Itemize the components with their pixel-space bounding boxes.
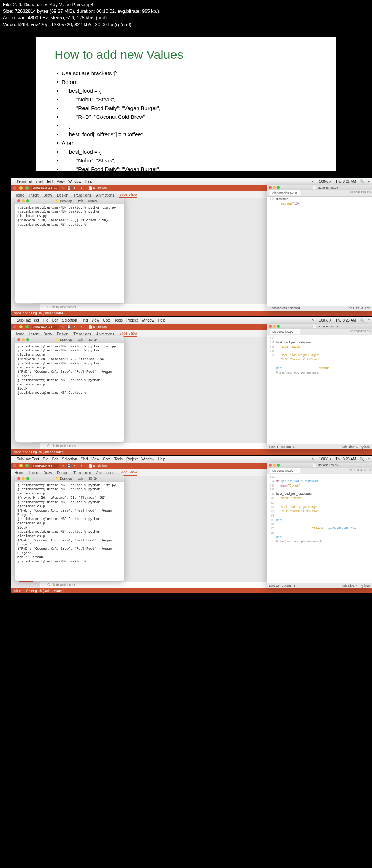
home-icon[interactable]: ⌂ [62,325,64,329]
menu-item[interactable]: File [43,318,49,322]
battery-indicator[interactable]: 100% ⚡︎ [319,318,332,322]
maximize-icon[interactable] [25,464,29,467]
menu-item[interactable]: Project [126,457,138,461]
menu-item[interactable]: Window [141,457,154,461]
menu-item[interactable]: Edit [47,179,53,183]
ribbon-tab[interactable]: Transitions [73,193,91,198]
menu-icon[interactable]: ≡ [368,179,370,183]
autosave-toggle[interactable]: AutoSave ● OFF [32,325,59,329]
maximize-icon[interactable] [25,186,29,190]
menu-item[interactable]: Shell [35,179,43,183]
terminal-window[interactable]: 📁 Desktop — -zsh — 80×24 justinbarnett@J… [15,475,124,581]
search-icon[interactable]: 🔍 [360,457,364,461]
wifi-icon[interactable]: ᯤ [312,318,315,322]
minimize-icon[interactable] [273,325,276,328]
search-icon[interactable]: 🔍 [360,318,364,322]
app-name[interactable]: Terminal [17,179,32,183]
menu-item[interactable]: Goto [103,457,111,461]
maximize-icon[interactable] [277,186,280,189]
ribbon-tab[interactable]: Insert [29,332,39,337]
menu-item[interactable]: View [57,179,65,183]
search-icon[interactable]: 🔍 [360,179,364,183]
ribbon-tab[interactable]: Home [15,332,24,337]
ribbon-tab[interactable]: Insert [29,193,39,198]
menu-item[interactable]: Window [68,179,81,183]
menu-item[interactable]: Goto [103,318,111,322]
tab-size[interactable]: Tab Size: 4 [341,445,358,449]
menu-item[interactable]: Find [81,457,88,461]
tab-size[interactable]: Tab Size: 4 [341,584,358,588]
ribbon-tab[interactable]: Transitions [73,471,91,476]
menu-item[interactable]: View [91,457,99,461]
close-icon[interactable] [17,338,20,341]
minimize-icon[interactable] [19,464,23,467]
menu-item[interactable]: File [43,457,49,461]
maximize-icon[interactable] [25,325,29,328]
syntax-mode[interactable]: Python [360,584,370,588]
file-tab[interactable]: dictionaries.py × [270,190,300,195]
minimize-icon[interactable] [273,464,276,467]
syntax-mode[interactable]: Python [360,445,370,449]
app-name[interactable]: Sublime Text [17,318,39,322]
ribbon-tab[interactable]: Design [57,332,68,337]
menu-item[interactable]: Selection [62,318,77,322]
menu-item[interactable]: Help [158,457,166,461]
menu-item[interactable]: Selection [62,457,77,461]
macos-menubar[interactable]: Sublime Text FileEditSelectionFindViewGo… [11,317,372,324]
code-editor[interactable]: 1 2 dictvalue = { "alabama": 20 [267,197,372,207]
close-icon[interactable] [269,186,272,189]
menu-item[interactable]: Edit [52,457,58,461]
minimize-icon[interactable] [22,477,25,480]
maximize-icon[interactable] [277,325,280,328]
battery-indicator[interactable]: 100% ⚡︎ [319,179,332,183]
close-icon[interactable] [17,199,20,202]
terminal-output[interactable]: justinbarnett@Justins-MBP Desktop % pyth… [15,343,124,397]
file-tab[interactable]: dictionaries.py × [270,329,300,334]
code-editor[interactable]: 1 2 3 4 5 6 7 8 9 best_food_per_restaura… [267,335,372,376]
ribbon-tab[interactable]: Slide Show [119,331,137,337]
minimize-icon[interactable] [19,325,23,328]
undo-icon[interactable]: ↶ [74,325,77,329]
ribbon-tab[interactable]: Home [15,193,24,198]
sublime-window[interactable]: 📄 dictionaries.py UNREGISTERED dictionar… [267,463,372,588]
close-icon[interactable] [269,325,272,328]
ribbon-tab[interactable]: Slide Show [119,193,137,198]
minimize-icon[interactable] [22,199,25,202]
minimize-icon[interactable] [22,338,25,341]
save-icon[interactable]: 💾 [67,464,71,468]
ribbon-tab[interactable]: Home [15,471,24,476]
redo-icon[interactable]: ↷ [80,186,82,190]
code-text[interactable]: dictvalue = { "alabama": 20 [276,197,371,206]
menu-item[interactable]: Window [141,318,154,322]
syntax-mode[interactable]: Pyt [365,306,370,310]
tab-size[interactable]: Tab Size: 4 [347,306,363,310]
maximize-icon[interactable] [26,477,29,480]
save-icon[interactable]: 💾 [67,325,71,329]
maximize-icon[interactable] [277,464,280,467]
ribbon-tab[interactable]: Animations [96,332,114,337]
terminal-output[interactable]: justinbarnett@Justins-MBP Desktop % pyth… [15,482,124,565]
close-icon[interactable] [13,186,16,190]
menu-item[interactable]: Help [85,179,93,183]
menu-item[interactable]: Tools [114,457,123,461]
terminal-window[interactable]: 📁 Desktop — -zsh — 80×24 justinbarnett@J… [15,198,124,303]
menu-item[interactable]: Help [158,318,166,322]
menu-item[interactable]: Tools [114,318,123,322]
close-icon[interactable] [269,464,272,467]
menu-item[interactable]: View [91,318,99,322]
menu-item[interactable]: Edit [52,318,58,322]
ribbon-tab[interactable]: Animations [96,471,114,476]
redo-icon[interactable]: ↷ [80,464,82,468]
macos-menubar[interactable]: Sublime Text FileEditSelectionFindViewGo… [11,456,372,463]
minimize-icon[interactable] [19,186,23,190]
battery-indicator[interactable]: 100% ⚡︎ [319,457,332,461]
maximize-icon[interactable] [26,338,29,341]
home-icon[interactable]: ⌂ [62,464,64,468]
undo-icon[interactable]: ↶ [74,186,77,190]
minimize-icon[interactable] [273,186,276,189]
close-icon[interactable] [13,464,16,467]
ribbon-tab[interactable]: Insert [29,471,39,476]
autosave-toggle[interactable]: AutoSave ● OFF [32,186,59,190]
macos-menubar[interactable]: Terminal ShellEditViewWindowHelp ᯤ 100% … [11,178,372,185]
close-icon[interactable] [17,477,20,480]
